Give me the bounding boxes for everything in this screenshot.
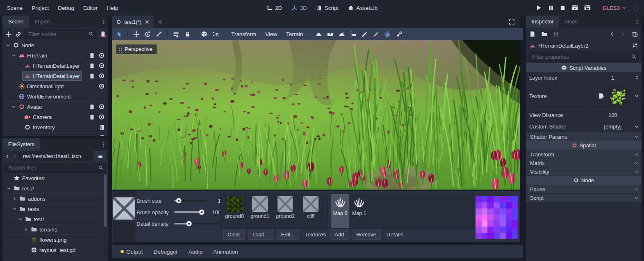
section-shader-params[interactable]: Shader Params [526, 133, 642, 141]
filesystem-row[interactable]: flowers.png [2, 235, 108, 245]
play-scene-button[interactable] [571, 4, 578, 11]
tab-inspector[interactable]: Inspector [526, 16, 559, 28]
workspace-2d[interactable]: 2D [264, 5, 284, 11]
details-button[interactable]: Details [384, 229, 406, 239]
select-tool[interactable] [114, 29, 125, 39]
instance-scene-button[interactable] [15, 31, 22, 38]
load-resource-button[interactable] [541, 31, 548, 37]
toggle-split-mode-button[interactable] [95, 151, 106, 161]
terrain-raise-tool[interactable] [313, 29, 324, 39]
section-matrix[interactable]: Matrix [526, 159, 642, 167]
filesystem-row[interactable]: terrain1 [2, 224, 108, 235]
rotate-tool[interactable] [142, 29, 153, 39]
visibility-toggle-icon[interactable] [98, 52, 105, 59]
filesystem-row[interactable]: tests [2, 204, 108, 214]
tree-row[interactable]: Inventory [2, 122, 108, 133]
texture-slot-cliff[interactable]: cliff [299, 196, 322, 219]
workspace-script[interactable]: Script [314, 5, 341, 11]
terrain-erode-tool[interactable] [393, 29, 405, 39]
visibility-toggle-icon[interactable] [98, 62, 105, 69]
renderer-dropdown[interactable]: GLES3 [602, 5, 627, 11]
filesystem-row[interactable]: Favorites: [2, 173, 108, 183]
scene-tab-test1[interactable]: test1(*) [112, 16, 154, 28]
distraction-free-icon[interactable] [509, 19, 515, 25]
terrain-detail-tool[interactable] [382, 29, 393, 39]
detail-map-map1[interactable]: Map 1 [350, 194, 368, 228]
tree-row[interactable]: Node [2, 40, 108, 50]
dock-menu-icon[interactable] [99, 16, 108, 28]
button-clear[interactable]: Clear [223, 229, 245, 240]
scale-tool[interactable] [153, 29, 165, 39]
button-remove[interactable]: Remove [352, 229, 380, 240]
lock-icon[interactable] [182, 29, 193, 39]
slider-brush-size[interactable] [174, 200, 206, 201]
script-variables-header[interactable]: Script Variables [526, 63, 642, 73]
filesystem-row[interactable]: raycast_test.gd [2, 245, 108, 255]
object-tools-icon[interactable] [632, 42, 638, 49]
search-files-input[interactable] [5, 163, 106, 173]
pause-button[interactable] [548, 5, 554, 11]
tree-row[interactable]: DirectionalLight [2, 81, 108, 92]
spinbox-arrows-icon[interactable] [635, 75, 639, 80]
bottom-tab-debugger[interactable]: Debugger [148, 249, 183, 255]
chevron-down-icon[interactable] [634, 124, 639, 129]
tab-filesystem[interactable]: FileSystem [2, 138, 40, 151]
current-path-field[interactable] [19, 151, 93, 161]
tab-scene[interactable]: Scene [2, 16, 29, 28]
texture-slot-ground2[interactable]: ground2 [274, 196, 297, 219]
attached-script-icon[interactable] [89, 73, 95, 79]
history-back-button[interactable] [5, 153, 10, 159]
viewport-menu-view[interactable]: View [261, 31, 282, 37]
group-icon[interactable] [210, 29, 221, 39]
terrain-smooth-tool[interactable] [336, 29, 347, 39]
section-script[interactable]: Script [526, 194, 642, 202]
terrain-color-tool[interactable] [370, 29, 382, 39]
workspace-assetlib[interactable]: AssetLib [345, 5, 380, 11]
move-tool[interactable] [130, 29, 142, 39]
filesystem-row[interactable]: addons [2, 194, 108, 204]
history-forward-button[interactable] [12, 153, 18, 159]
menu-editor[interactable]: Editor [79, 5, 102, 11]
terrain-lower-tool[interactable] [324, 29, 336, 39]
bottom-tab-animation[interactable]: Animation [208, 249, 243, 255]
menu-project[interactable]: Project [27, 5, 53, 11]
edit-texture-icon[interactable] [598, 93, 605, 99]
texture-preview[interactable] [608, 86, 628, 106]
filesystem-row[interactable]: res:// [2, 183, 108, 194]
new-resource-button[interactable] [529, 31, 536, 37]
tree-row[interactable]: Avatar [2, 102, 108, 112]
visibility-toggle-icon[interactable] [98, 73, 105, 79]
attached-script-icon[interactable] [89, 53, 95, 59]
attached-script-icon[interactable] [89, 114, 95, 120]
detail-map-map0[interactable]: Map 0 [331, 194, 349, 228]
button-add[interactable]: Add [330, 229, 348, 240]
property-value[interactable]: [empty] [584, 121, 642, 132]
property-value[interactable]: 1 [584, 73, 642, 82]
slider-detail-density[interactable] [174, 223, 218, 224]
detach-script-button[interactable] [99, 31, 106, 37]
attached-script-icon[interactable] [89, 104, 95, 110]
viewport-3d[interactable]: Perspective [112, 40, 520, 190]
perspective-menu[interactable]: Perspective [116, 44, 157, 54]
stop-button[interactable] [560, 5, 566, 11]
slider-brush-opacity[interactable] [174, 211, 206, 213]
save-resource-button[interactable] [553, 31, 559, 37]
visibility-toggle-icon[interactable] [98, 103, 105, 110]
filter-properties-input[interactable] [528, 52, 639, 62]
visibility-toggle-icon[interactable] [98, 114, 105, 120]
attached-script-icon[interactable] [99, 124, 105, 130]
terrain-paint-tool[interactable] [359, 29, 370, 39]
history-icon[interactable] [631, 31, 638, 38]
attached-script-icon[interactable] [99, 135, 105, 136]
section-visibility[interactable]: Visibility [526, 167, 642, 176]
section-pause[interactable]: Pause [526, 185, 642, 194]
menu-debug[interactable]: Debug [53, 5, 79, 11]
filesystem-scrollbar[interactable] [104, 174, 107, 260]
viewport-menu-transform[interactable]: Transform [227, 31, 261, 37]
brush-shape-item[interactable] [113, 191, 135, 197]
tree-row[interactable]: HTerrainDetailLayer [2, 61, 108, 71]
filesystem-row[interactable]: test1 [2, 214, 108, 224]
list-select-tool[interactable] [170, 29, 182, 39]
close-icon[interactable] [144, 19, 150, 25]
attached-script-icon[interactable] [89, 63, 95, 69]
